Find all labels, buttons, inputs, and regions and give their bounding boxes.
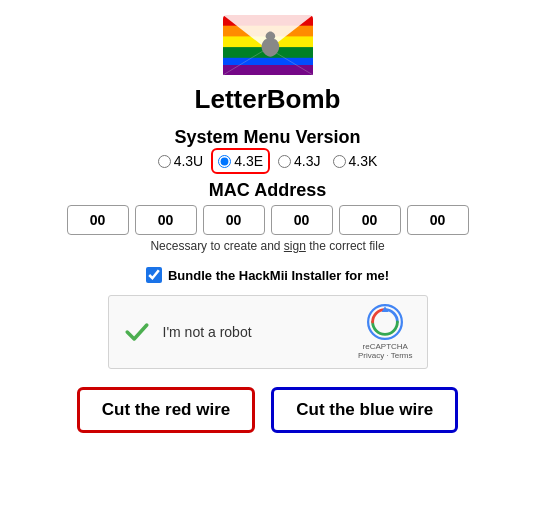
radio-option-4k[interactable]: 4.3K <box>333 153 378 169</box>
radio-label-4k: 4.3K <box>349 153 378 169</box>
mac-hint: Necessary to create and sign the correct… <box>150 239 384 253</box>
system-menu-label: System Menu Version <box>174 127 360 148</box>
recaptcha-brand: reCAPTCHAPrivacy · Terms <box>358 342 413 360</box>
radio-4e[interactable] <box>218 155 231 168</box>
mac-address-section: MAC Address Necessary to create and sign… <box>20 180 515 261</box>
hackmii-checkbox[interactable] <box>146 267 162 283</box>
recaptcha-logo-area: reCAPTCHAPrivacy · Terms <box>358 304 413 360</box>
radio-option-4u[interactable]: 4.3U <box>158 153 204 169</box>
hackmii-checkbox-row[interactable]: Bundle the HackMii Installer for me! <box>146 267 389 283</box>
mac-inputs-row <box>67 205 469 235</box>
mac-field-6[interactable] <box>407 205 469 235</box>
hackmii-label[interactable]: Bundle the HackMii Installer for me! <box>168 268 389 283</box>
radio-label-4j: 4.3J <box>294 153 320 169</box>
recaptcha-checkmark <box>123 318 151 346</box>
radio-4j[interactable] <box>278 155 291 168</box>
radio-label-4u: 4.3U <box>174 153 204 169</box>
radio-4k[interactable] <box>333 155 346 168</box>
app-title: LetterBomb <box>195 84 341 115</box>
recaptcha-box[interactable]: I'm not a robot reCAPTCHAPrivacy · Terms <box>108 295 428 369</box>
mac-field-5[interactable] <box>339 205 401 235</box>
recaptcha-label: I'm not a robot <box>163 324 358 340</box>
cut-red-wire-button[interactable]: Cut the red wire <box>77 387 255 433</box>
mac-field-4[interactable] <box>271 205 333 235</box>
action-buttons: Cut the red wire Cut the blue wire <box>77 387 458 433</box>
mac-field-3[interactable] <box>203 205 265 235</box>
svg-rect-5 <box>223 65 313 75</box>
app-logo <box>218 10 318 80</box>
radio-option-4e[interactable]: 4.3E <box>215 152 266 170</box>
radio-label-4e: 4.3E <box>234 153 263 169</box>
mac-field-2[interactable] <box>135 205 197 235</box>
recaptcha-icon <box>367 304 403 340</box>
radio-4u[interactable] <box>158 155 171 168</box>
cut-blue-wire-button[interactable]: Cut the blue wire <box>271 387 458 433</box>
mac-address-label: MAC Address <box>209 180 326 201</box>
logo-area: LetterBomb <box>195 10 341 123</box>
mac-field-1[interactable] <box>67 205 129 235</box>
system-menu-options: 4.3U 4.3E 4.3J 4.3K <box>158 152 378 170</box>
radio-option-4j[interactable]: 4.3J <box>278 153 320 169</box>
